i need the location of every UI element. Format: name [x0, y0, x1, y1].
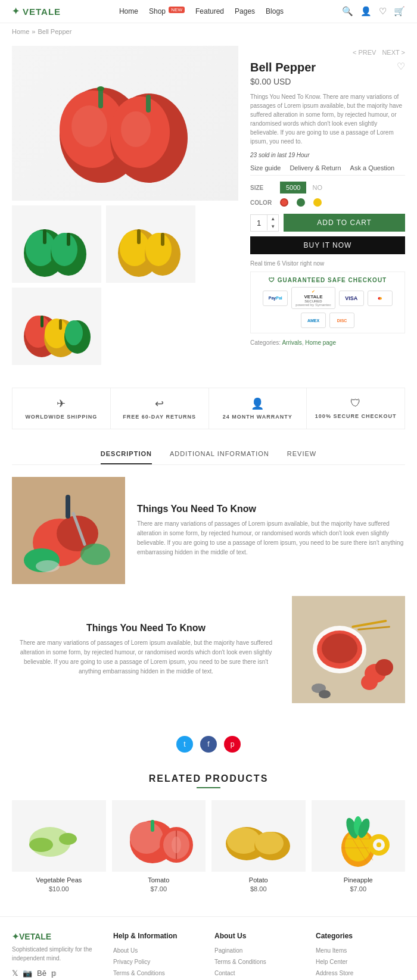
- product-thumb-3[interactable]: [12, 288, 101, 365]
- svg-rect-26: [59, 319, 62, 330]
- tab-size-guide[interactable]: Size guide: [250, 164, 281, 171]
- qty-up[interactable]: ▲: [267, 215, 278, 223]
- tab-review[interactable]: REVIEW: [287, 450, 316, 464]
- quantity-arrows: ▲ ▼: [267, 215, 278, 230]
- footer-link-terms[interactable]: Terms & Conditions: [113, 970, 165, 976]
- color-red[interactable]: [280, 198, 288, 207]
- add-to-cart-button[interactable]: ADD TO CART: [284, 214, 405, 232]
- facebook-share-button[interactable]: f: [200, 736, 217, 753]
- footer-about-title: About Us: [214, 932, 304, 940]
- safe-checkout-title: 🛡 GUARANTEED SAFE CHECKOUT: [258, 277, 397, 283]
- product-categories: Categories: Arrivals, Home page: [250, 339, 405, 346]
- related-img-2: [112, 800, 206, 872]
- tab-additional-info[interactable]: ADDITIONAL INFORMATION: [170, 450, 269, 464]
- footer-instagram-icon[interactable]: 📷: [23, 969, 32, 978]
- features-bar: ✈ WORLDWIDE SHIPPING ↩ FREE 60-DAY RETUR…: [12, 388, 405, 429]
- footer-link-terms2[interactable]: Terms & Conditions: [214, 959, 266, 965]
- site-footer: ✦VETALE Sophisticated simplicity for the…: [0, 916, 417, 980]
- footer-behance-icon[interactable]: Bē: [37, 969, 46, 978]
- next-product[interactable]: NEXT >: [382, 49, 405, 56]
- cart-icon[interactable]: 🛒: [394, 6, 405, 17]
- footer-categories-title: Categories: [316, 932, 405, 940]
- related-item-1[interactable]: Vegetable Peas $10.00: [12, 800, 106, 892]
- search-icon[interactable]: 🔍: [342, 6, 353, 17]
- related-item-2[interactable]: Tomato $7.00: [112, 800, 206, 892]
- footer-link-address[interactable]: Address Store: [316, 970, 353, 976]
- qty-down[interactable]: ▼: [267, 223, 278, 230]
- prev-product[interactable]: < PREV: [353, 49, 376, 56]
- product-thumb-2[interactable]: [106, 205, 195, 283]
- size-value[interactable]: 5000: [280, 182, 306, 193]
- color-green[interactable]: [297, 198, 305, 207]
- footer-link-pagination[interactable]: Pagination: [214, 947, 242, 954]
- header-icons: 🔍 👤 ♡ 🛒: [342, 6, 405, 17]
- related-item-3[interactable]: Potato $8.00: [211, 800, 306, 892]
- account-icon[interactable]: 👤: [360, 6, 372, 17]
- related-products-title: RELATED PRODUCTS: [12, 773, 405, 784]
- color-yellow[interactable]: [313, 198, 322, 207]
- desc-image-2: [292, 596, 405, 703]
- related-name-3: Potato: [211, 876, 306, 884]
- footer-tagline: Sophisticated simplicity for the indepen…: [12, 945, 101, 963]
- footer-link-menu[interactable]: Menu Items: [316, 947, 347, 954]
- related-price-2: $7.00: [112, 885, 206, 892]
- footer-link-privacy[interactable]: Privacy Policy: [113, 959, 150, 965]
- footer-pinterest-icon[interactable]: 𝕡: [51, 969, 57, 978]
- footer-link-contact[interactable]: Contact: [214, 970, 235, 976]
- svg-point-2: [71, 105, 107, 147]
- tab-delivery[interactable]: Delivery & Return: [290, 164, 341, 171]
- twitter-share-button[interactable]: t: [176, 736, 193, 753]
- shield-icon: 🛡: [269, 277, 275, 283]
- sold-badge: 23 sold in last 19 Hour: [250, 152, 405, 158]
- related-products-grid: Vegetable Peas $10.00 Tomato $7.00: [12, 800, 405, 892]
- footer-grid: ✦VETALE Sophisticated simplicity for the…: [12, 932, 405, 980]
- buy-now-button[interactable]: BUY IT NOW: [250, 236, 405, 254]
- nav-pages[interactable]: Pages: [235, 7, 255, 15]
- desc-text-block-1: Things You Need To Know There are many v…: [137, 504, 405, 557]
- desc-text-block-2: Things You Need To Know There are many v…: [12, 623, 280, 676]
- footer-help-links: About Us Privacy Policy Terms & Conditio…: [113, 946, 203, 980]
- twitter-icon: t: [183, 740, 185, 748]
- color-section: COLOR: [250, 198, 405, 207]
- tab-description[interactable]: DESCRIPTION: [101, 450, 152, 464]
- wishlist-icon[interactable]: ♡: [379, 6, 387, 17]
- logo-text: VETALE: [23, 7, 61, 17]
- nav-featured[interactable]: Featured: [195, 7, 224, 15]
- footer-col-categories: Categories Menu Items Help Center Addres…: [316, 932, 405, 980]
- footer-logo: ✦VETALE: [12, 932, 101, 941]
- site-logo[interactable]: ✦ VETALE: [12, 6, 61, 17]
- footer-twitter-icon[interactable]: 𝕏: [12, 969, 18, 978]
- feature-label-3: 24 MONTH WARRANTY: [223, 414, 292, 420]
- footer-link-about[interactable]: About Us: [113, 947, 138, 954]
- site-header: ✦ VETALE Home Shop NEW Featured Pages Bl…: [0, 0, 417, 23]
- category-arrivals[interactable]: Arrivals: [282, 339, 301, 346]
- footer-link-help-center[interactable]: Help Center: [316, 959, 347, 965]
- tab-ask[interactable]: Ask a Question: [350, 164, 395, 171]
- product-wishlist-icon[interactable]: ♡: [397, 61, 405, 72]
- desc-text-1: There are many variations of passages of…: [137, 519, 405, 557]
- product-section: < PREV NEXT > Bell Pepper ♡ $0.00 USD Th…: [0, 40, 417, 376]
- related-name-4: Pineapple: [312, 876, 406, 884]
- svg-point-50: [29, 838, 53, 852]
- related-price-1: $10.00: [12, 885, 106, 892]
- svg-point-13: [51, 233, 77, 266]
- facebook-icon: f: [207, 740, 209, 748]
- category-home-page[interactable]: Home page: [305, 339, 336, 346]
- logo-icon: ✦: [12, 6, 20, 17]
- nav-home[interactable]: Home: [119, 7, 138, 15]
- related-item-4[interactable]: Pineapple $7.00: [312, 800, 406, 892]
- svg-rect-14: [67, 233, 70, 246]
- nav-blogs[interactable]: Blogs: [266, 7, 284, 15]
- description-tabs: DESCRIPTION ADDITIONAL INFORMATION REVIE…: [12, 441, 405, 465]
- svg-point-42: [375, 659, 393, 676]
- related-img-3: [211, 800, 306, 872]
- breadcrumb-home[interactable]: Home: [12, 28, 29, 35]
- pinterest-share-button[interactable]: p: [224, 736, 241, 753]
- svg-point-40: [322, 633, 357, 663]
- quantity-display: 1: [251, 215, 267, 231]
- nav-shop[interactable]: Shop NEW: [149, 7, 185, 15]
- svg-rect-23: [41, 316, 43, 327]
- product-thumb-1[interactable]: [12, 205, 101, 283]
- product-main-image[interactable]: [12, 46, 238, 201]
- desc-heading-2: Things You Need To Know: [12, 623, 280, 633]
